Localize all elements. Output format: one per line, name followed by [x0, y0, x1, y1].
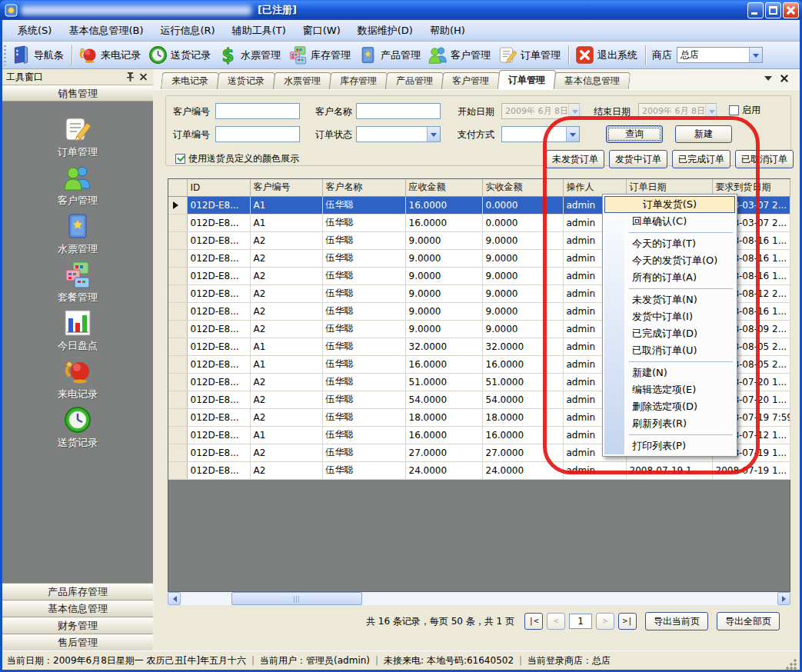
toolbar-button-blue-book[interactable]: 产品管理	[355, 43, 425, 67]
shop-dropdown-icon[interactable]	[749, 48, 762, 62]
row-selector-cell[interactable]	[168, 214, 187, 231]
menubar-item-4[interactable]: 窗口(W)	[295, 22, 348, 40]
end-date-picker[interactable]: 2009年 6月 8日	[638, 103, 717, 119]
enable-checkbox[interactable]: 启用	[729, 104, 760, 117]
menubar-item-5[interactable]: 数据维护(D)	[350, 22, 421, 40]
first-page-button[interactable]: |<	[524, 613, 543, 630]
minimize-button[interactable]	[747, 2, 764, 18]
status-filter-button-0[interactable]: 未发货订单	[546, 150, 604, 168]
toolbar-button-dollar[interactable]: $水票管理	[215, 43, 285, 67]
tool-window-close-icon[interactable]	[138, 72, 149, 82]
menubar-item-6[interactable]: 帮助(H)	[422, 22, 473, 40]
grid-header-1[interactable]: 客户编号	[250, 179, 322, 196]
sidebar-item-green-clock[interactable]: 送货记录	[2, 404, 153, 453]
sidebar-item-people[interactable]: 客户管理	[2, 162, 153, 211]
export-all-pages-button[interactable]: 导出全部页	[717, 612, 780, 630]
grid-header-2[interactable]: 客户名称	[322, 179, 405, 196]
scrollbar-thumb[interactable]	[231, 592, 362, 605]
context-menu-item-14[interactable]: 删除选定项(D)	[604, 398, 735, 415]
delivery-color-checkbox-box[interactable]	[175, 154, 185, 164]
context-menu-item-9[interactable]: 已完成订单(D)	[604, 325, 735, 342]
sidebar-item-red-bell[interactable]: 来电记录	[2, 356, 153, 404]
tab-订单管理[interactable]: 订单管理	[498, 70, 557, 89]
start-date-picker[interactable]: 2009年 6月 8日	[501, 103, 580, 119]
grid-header-0[interactable]: ID	[187, 179, 250, 196]
grid-header-4[interactable]: 实收金额	[482, 179, 563, 196]
sidebar-item-bar-chart[interactable]: 今日盘点	[2, 308, 153, 356]
row-selector-cell[interactable]	[168, 231, 187, 249]
customer-name-input[interactable]	[356, 103, 441, 119]
order-no-input[interactable]	[215, 126, 300, 142]
row-selector-cell[interactable]	[168, 373, 187, 391]
toolbar-button-navigation-book[interactable]: 导航条	[8, 43, 68, 67]
context-menu-item-8[interactable]: 发货中订单(I)	[604, 308, 735, 325]
order-status-dropdown-icon[interactable]	[427, 127, 440, 141]
context-menu-item-1[interactable]: 回单确认(C)	[604, 213, 735, 230]
table-row[interactable]: 012D-E8...A2伍华聪24.000024.0000admin2008-0…	[168, 461, 790, 479]
menubar-item-2[interactable]: 运行信息(R)	[152, 22, 222, 40]
row-selector-cell[interactable]	[168, 284, 187, 302]
context-menu-item-15[interactable]: 刷新列表(R)	[604, 415, 735, 432]
row-selector-cell[interactable]	[168, 267, 187, 284]
close-button[interactable]	[783, 2, 799, 18]
horizontal-scrollbar[interactable]	[168, 592, 790, 605]
context-menu-item-10[interactable]: 已取消订单(U)	[604, 342, 735, 359]
toolbar-button-people[interactable]: 客户管理	[425, 43, 495, 67]
sidebar-group-3[interactable]: 售后管理	[2, 634, 153, 650]
end-date-dropdown-icon[interactable]	[705, 104, 718, 118]
sidebar-group-1[interactable]: 基本信息管理	[2, 600, 153, 617]
tab-库存管理[interactable]: 库存管理	[329, 72, 388, 89]
toolbar-button-exit-x[interactable]: 退出系统	[572, 43, 642, 67]
grid-header-3[interactable]: 应收金额	[405, 179, 482, 196]
query-button[interactable]: 查询	[606, 125, 663, 143]
last-page-button[interactable]: >|	[618, 613, 637, 630]
next-page-button[interactable]: >	[596, 613, 614, 630]
prev-page-button[interactable]: <	[547, 613, 565, 630]
tab-close-icon[interactable]	[780, 74, 789, 83]
new-button[interactable]: 新建	[675, 125, 732, 143]
toolbar-button-scroll-pen[interactable]: 订单管理	[495, 43, 565, 67]
row-selector-cell[interactable]	[168, 196, 187, 214]
export-current-page-button[interactable]: 导出当前页	[645, 612, 708, 630]
context-menu-item-7[interactable]: 未发货订单(N)	[604, 291, 735, 308]
sidebar-group-sales[interactable]: 销售管理	[2, 85, 153, 101]
sidebar-item-blue-book[interactable]: 水票管理	[2, 211, 153, 259]
row-selector-cell[interactable]	[168, 426, 187, 444]
tab-来电记录[interactable]: 来电记录	[161, 72, 219, 89]
context-menu-item-0[interactable]: 订单发货(S)	[604, 196, 735, 213]
context-menu-item-4[interactable]: 今天的发货订单(O)	[604, 252, 735, 269]
status-filter-button-3[interactable]: 已取消订单	[735, 150, 794, 168]
scroll-left-icon[interactable]	[168, 592, 181, 605]
tab-水票管理[interactable]: 水票管理	[273, 72, 331, 89]
start-date-dropdown-icon[interactable]	[568, 104, 581, 118]
context-menu-item-5[interactable]: 所有的订单(A)	[604, 269, 735, 286]
maximize-button[interactable]	[765, 2, 781, 18]
menubar-item-0[interactable]: 系统(S)	[10, 22, 59, 40]
sidebar-group-0[interactable]: 产品库存管理	[2, 583, 153, 600]
pay-method-dropdown-icon[interactable]	[566, 127, 579, 141]
resize-grip-icon[interactable]	[786, 659, 797, 670]
context-menu-item-3[interactable]: 今天的订单(T)	[604, 235, 735, 252]
row-selector-cell[interactable]	[168, 444, 187, 461]
row-selector-cell[interactable]	[168, 320, 187, 338]
row-selector-cell[interactable]	[168, 408, 187, 426]
order-status-select[interactable]	[356, 126, 441, 142]
tab-基本信息管理[interactable]: 基本信息管理	[554, 72, 631, 89]
pin-icon[interactable]	[125, 72, 135, 82]
context-menu-item-13[interactable]: 编辑选定项(E)	[604, 381, 735, 398]
toolbar-button-red-bell[interactable]: 来电记录	[75, 43, 145, 67]
row-selector-cell[interactable]	[168, 391, 187, 408]
tab-客户管理[interactable]: 客户管理	[441, 72, 500, 89]
row-selector-cell[interactable]	[168, 355, 187, 373]
scroll-right-icon[interactable]	[777, 592, 790, 605]
row-selector-cell[interactable]	[168, 249, 187, 267]
sidebar-item-scroll-pen[interactable]: 订单管理	[2, 114, 153, 162]
grid-header-selector[interactable]	[168, 179, 187, 196]
status-filter-button-1[interactable]: 发货中订单	[609, 150, 667, 168]
row-selector-cell[interactable]	[168, 302, 187, 320]
toolbar-button-color-grid[interactable]: 库存管理	[285, 43, 355, 67]
scrollbar-track[interactable]	[181, 592, 777, 605]
menubar-item-3[interactable]: 辅助工具(T)	[225, 22, 294, 40]
toolbar-button-green-clock[interactable]: 送货记录	[145, 43, 215, 67]
tab-list-dropdown-icon[interactable]	[764, 76, 772, 85]
